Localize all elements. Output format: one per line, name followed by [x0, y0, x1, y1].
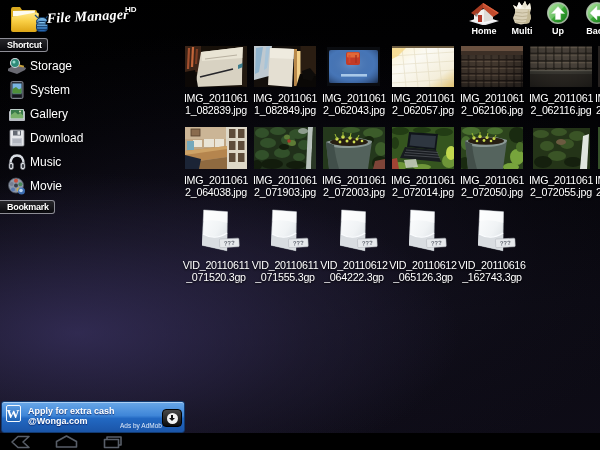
svg-text:HD: HD [125, 5, 137, 14]
svg-text:File Manager: File Manager [45, 7, 129, 26]
